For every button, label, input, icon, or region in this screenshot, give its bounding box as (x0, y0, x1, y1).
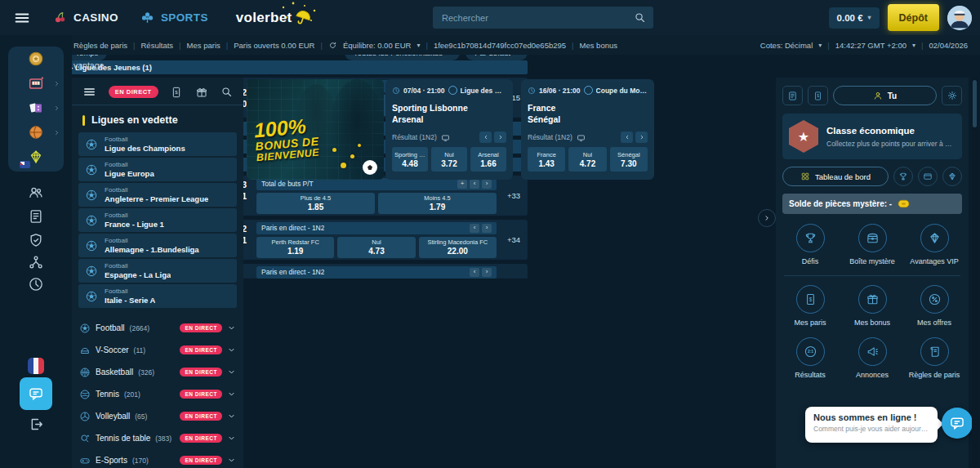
sidebar-sport-football[interactable]: Football (2664) EN DIRECT (72, 317, 243, 339)
search-icon[interactable] (634, 11, 646, 24)
search-icon[interactable] (220, 86, 233, 98)
meta-mybets-link[interactable]: Mes paris (187, 41, 220, 50)
chevron-down-icon[interactable] (227, 323, 236, 332)
feature-announcements[interactable]: Annonces (841, 337, 903, 379)
odds-button[interactable]: Stirling Macedonia FC22.00 (419, 237, 497, 258)
rail-network-icon[interactable] (0, 254, 72, 270)
sidebar-sport-table-tennis[interactable]: Tennis de table (383) EN DIRECT (72, 427, 243, 449)
nav-sports[interactable]: SPORTS (140, 10, 208, 25)
balance-dropdown[interactable]: 0.00 € ▾ (829, 7, 880, 29)
avatar[interactable] (947, 6, 972, 30)
odds-button[interactable]: Sporting Lis... 4.48 (392, 147, 428, 172)
rail-vip-gem-icon[interactable] (8, 146, 64, 167)
odds-button[interactable]: Nul 3.72 (431, 147, 467, 172)
sidebar-sport-volleyball[interactable]: Volleyball (65) EN DIRECT (72, 405, 243, 427)
league-item-seriea[interactable]: Football Italie - Serie A (78, 284, 237, 308)
prev-market-button[interactable]: ‹ (470, 180, 479, 189)
sidebar-sport-tennis[interactable]: Tennis (201) EN DIRECT (72, 383, 243, 405)
betslip-icon[interactable] (170, 86, 183, 99)
search-input[interactable] (440, 12, 634, 24)
vip-quick-button[interactable] (942, 167, 962, 186)
add-market-button[interactable]: + (457, 180, 467, 189)
feature-betting-rules[interactable]: Règles de paris (903, 337, 965, 379)
welcome-bonus-banner[interactable]: 100% BONUS DE BIENVENUE (247, 79, 384, 180)
rail-documents-icon[interactable] (0, 208, 72, 225)
odds-format-label[interactable]: Cotes: Décimal (760, 41, 813, 50)
feature-my-bonuses[interactable]: Mes bonus (841, 285, 903, 327)
betslip-list-button[interactable] (782, 86, 803, 105)
loyalty-class-card[interactable]: ★ Classe économique Collectez plus de po… (782, 114, 962, 159)
chevron-down-icon[interactable] (227, 434, 236, 443)
next-market-button[interactable]: › (482, 268, 492, 277)
chevron-down-icon[interactable] (227, 390, 236, 399)
sidebar-sport-basketball[interactable]: Basketball (326) EN DIRECT (72, 361, 243, 383)
meta-rules-link[interactable]: Règles de paris (74, 41, 127, 50)
my-tickets-button[interactable] (808, 86, 828, 105)
next-market-button[interactable] (494, 131, 506, 143)
brand-logo[interactable]: volerbet (236, 8, 314, 28)
odds-button[interactable]: Moins 4.51.79 (378, 193, 497, 214)
feature-results[interactable]: Résultats (779, 337, 841, 379)
main-menu-icon[interactable] (13, 9, 31, 27)
next-market-button[interactable]: › (482, 180, 492, 189)
prev-market-button[interactable] (621, 131, 633, 143)
chat-tooltip[interactable]: Nous sommes en ligne ! Comment puis-je v… (805, 407, 938, 443)
logout-icon[interactable] (0, 417, 72, 432)
prev-market-button[interactable]: ‹ (470, 268, 479, 277)
settings-gear-button[interactable] (942, 86, 962, 105)
league-item-laliga[interactable]: Football Espagne - La Liga (78, 259, 237, 283)
odds-button[interactable]: France 1.43 (528, 147, 565, 172)
scroll-sports-right-button[interactable] (758, 209, 776, 227)
refresh-icon[interactable] (328, 41, 337, 50)
feature-my-offers[interactable]: Mes offres (903, 285, 965, 327)
sidebar-sport-esports[interactable]: E-Sports (170) EN DIRECT (72, 449, 243, 468)
prev-market-button[interactable] (479, 131, 492, 143)
nav-casino[interactable]: CASINO (52, 10, 118, 25)
meta-openbets-link[interactable]: Paris ouverts 0.00 EUR (234, 41, 314, 50)
tv-stream-icon[interactable] (441, 133, 450, 142)
chevron-down-icon[interactable] (227, 368, 236, 377)
odds-button[interactable]: Plus de 4.51.85 (256, 193, 375, 214)
next-market-button[interactable] (635, 131, 648, 143)
more-markets-button[interactable]: +33 (500, 191, 528, 200)
live-badge[interactable]: EN DIRECT (109, 86, 158, 98)
language-flag-france[interactable] (0, 358, 72, 374)
chevron-down-icon[interactable]: ▾ (912, 42, 915, 49)
payments-quick-button[interactable] (918, 167, 938, 186)
dashboard-button[interactable]: Tableau de bord (782, 167, 889, 186)
odds-button[interactable]: Nul4.73 (337, 237, 415, 258)
rail-slots-icon[interactable] (8, 73, 64, 94)
chevron-down-icon[interactable] (227, 412, 236, 421)
feature-vip[interactable]: Avantages VIP (903, 224, 965, 265)
panel-menu-icon[interactable] (82, 85, 96, 99)
meta-bonuses-link[interactable]: Mes bonus (580, 41, 617, 50)
more-markets-button[interactable]: +34 (500, 235, 528, 244)
rail-loyalty-badge-icon[interactable] (8, 48, 64, 69)
scrollbar-thumb[interactable] (973, 80, 977, 127)
chevron-down-icon[interactable]: ▾ (416, 42, 420, 49)
deposit-button[interactable]: Dépôt (888, 4, 939, 31)
rail-sports-icon[interactable] (8, 122, 64, 143)
rail-casino-icon[interactable] (8, 97, 64, 118)
odds-button[interactable]: Sénégal 7.30 (610, 147, 648, 172)
prev-market-button[interactable]: ‹ (470, 224, 479, 233)
tab-you[interactable]: Tu (833, 86, 937, 105)
challenges-quick-button[interactable] (893, 167, 913, 186)
league-item-europa[interactable]: Football Ligue Europa (78, 158, 237, 181)
odds-button[interactable]: Perth Redstar FC1.19 (256, 237, 334, 258)
rail-security-icon[interactable] (0, 232, 72, 248)
league-item-ligue1[interactable]: Football France - Ligue 1 (78, 208, 237, 232)
gift-icon[interactable] (195, 86, 208, 99)
odds-button[interactable]: Arsenal 1.66 (470, 147, 506, 172)
chevron-down-icon[interactable] (227, 456, 236, 465)
tv-stream-icon[interactable] (577, 133, 586, 142)
scrollbar-track[interactable] (972, 78, 978, 468)
rail-history-icon[interactable] (0, 276, 72, 292)
feature-challenges[interactable]: Défis (779, 224, 841, 265)
sidebar-sport-vsoccer[interactable]: V-Soccer (11) EN DIRECT (72, 339, 243, 361)
league-item-premier-league[interactable]: Football Angleterre - Premier League (78, 183, 237, 207)
odds-button[interactable]: Nul 4.72 (568, 147, 606, 172)
next-market-button[interactable]: › (482, 224, 492, 233)
league-item-champions[interactable]: Football Ligue des Champions (78, 132, 237, 156)
rail-affiliates-icon[interactable] (0, 184, 72, 200)
